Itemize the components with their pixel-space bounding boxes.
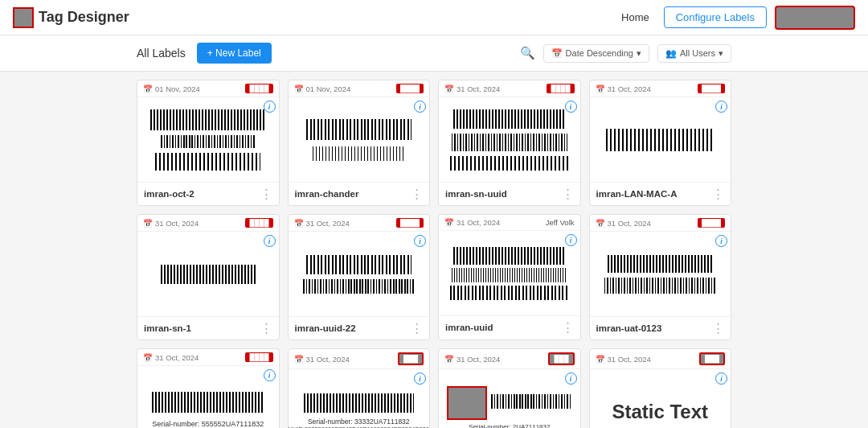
calendar-icon: 📅 — [294, 219, 304, 228]
card-header: 📅 31 Oct, 2024 ████ — [590, 215, 731, 232]
card-name: imran-uuid — [445, 323, 562, 332]
header-right-button[interactable] — [775, 6, 855, 30]
card-menu-icon[interactable]: ⋮ — [411, 321, 423, 335]
barcode — [606, 129, 714, 151]
info-icon[interactable]: i — [715, 235, 727, 247]
info-icon[interactable]: i — [565, 234, 577, 246]
chevron-down-icon2: ▾ — [719, 48, 723, 59]
card-body: i — [439, 97, 580, 182]
card-menu-icon[interactable]: ⋮ — [260, 187, 272, 201]
info-icon[interactable]: i — [414, 235, 426, 247]
card-body: i — [137, 97, 279, 182]
card-menu-icon[interactable]: ⋮ — [712, 321, 724, 335]
label-card[interactable]: 📅 01 Nov, 2024 ████ i imran-oct-2 ⋮ — [137, 80, 280, 206]
card-date: 31 Oct, 2024 — [608, 219, 651, 228]
card-date: 31 Oct, 2024 — [608, 355, 651, 364]
card-menu-icon[interactable]: ⋮ — [260, 321, 272, 335]
info-icon[interactable]: i — [715, 101, 727, 113]
card-name: imran-chander — [295, 189, 411, 199]
barcode — [604, 278, 716, 294]
info-icon[interactable]: i — [715, 372, 727, 385]
barcode — [452, 134, 567, 151]
toolbar: All Labels + New Label 🔍 📅 Date Descendi… — [0, 35, 868, 72]
label-card[interactable]: 📅 31 Oct, 2024 ████ i imran-uat-0123 ⋮ — [589, 214, 732, 340]
label-card[interactable]: 📅 31 Oct, 2024 ███ i Static Text imran-s… — [589, 348, 732, 428]
barcode — [453, 109, 565, 129]
card-user-badge: ███ — [548, 352, 574, 365]
card-user-badge: ████ — [396, 84, 424, 93]
barcode — [150, 109, 266, 130]
card-header: 📅 31 Oct, 2024 ████ — [439, 80, 580, 97]
calendar-icon: 📅 — [596, 84, 605, 93]
date-filter-button[interactable]: 📅 Date Descending ▾ — [543, 44, 649, 63]
card-text-2: UUID:333330000B7245B40E11000024BE0524B82… — [288, 426, 429, 429]
card-text-1: Serial-number: 33332UA7111832 — [308, 418, 410, 426]
label-grid: 📅 01 Nov, 2024 ████ i imran-oct-2 ⋮ 📅 01… — [137, 80, 731, 428]
header-nav: Home Configure Labels — [621, 6, 767, 28]
info-icon[interactable]: i — [565, 372, 577, 385]
card-header: 📅 31 Oct, 2024 Jeff Volk — [439, 215, 580, 231]
card-body: i — [289, 97, 430, 182]
card-body: i — [289, 232, 430, 316]
label-card[interactable]: 📅 31 Oct, 2024 ███ i Serial-number: 2UA7… — [438, 348, 581, 428]
users-filter-button[interactable]: 👥 All Users ▾ — [657, 44, 731, 63]
info-icon[interactable]: i — [264, 235, 276, 247]
card-menu-icon[interactable]: ⋮ — [411, 187, 423, 201]
card-date: 31 Oct, 2024 — [457, 355, 500, 364]
card-footer: imran-uat-0123 ⋮ — [590, 316, 731, 340]
new-label-button[interactable]: + New Label — [197, 43, 272, 64]
users-icon: 👥 — [665, 48, 677, 59]
logo-icon — [13, 7, 34, 28]
barcode — [303, 279, 415, 294]
card-date: 01 Nov, 2024 — [155, 84, 200, 93]
barcode — [161, 135, 256, 148]
barcode — [304, 393, 414, 413]
card-header: 📅 01 Nov, 2024 ████ — [289, 80, 430, 97]
header: Tag Designer Home Configure Labels — [0, 0, 868, 35]
card-menu-icon[interactable]: ⋮ — [562, 320, 574, 335]
label-card[interactable]: 📅 31 Oct, 2024 ████ i imran-uuid-22 ⋮ — [288, 214, 431, 340]
label-card[interactable]: 📅 31 Oct, 2024 ████ i imran-sn-1 ⋮ — [137, 214, 280, 340]
toolbar-right: 🔍 📅 Date Descending ▾ 👥 All Users ▾ — [520, 44, 731, 63]
card-name: imran-uat-0123 — [596, 323, 713, 333]
calendar-icon: 📅 — [596, 219, 605, 228]
card-body: i Serial-number: 555552UA7111832 — [137, 366, 279, 428]
card-menu-icon[interactable]: ⋮ — [562, 187, 574, 201]
card-date: 31 Oct, 2024 — [457, 84, 500, 93]
label-card[interactable]: 📅 31 Oct, 2024 ███ i Serial-number: 3333… — [288, 348, 431, 428]
configure-labels-button[interactable]: Configure Labels — [664, 6, 767, 28]
card-header: 📅 31 Oct, 2024 ███ — [439, 349, 580, 369]
card-header: 📅 31 Oct, 2024 ████ — [289, 215, 430, 232]
info-icon[interactable]: i — [565, 101, 577, 113]
label-card[interactable]: 📅 31 Oct, 2024 ████ i Serial-number: 555… — [137, 348, 280, 428]
calendar-icon: 📅 — [444, 84, 454, 93]
search-button[interactable]: 🔍 — [520, 46, 535, 60]
label-card[interactable]: 📅 31 Oct, 2024 Jeff Volk i imran-uuid ⋮ — [438, 214, 581, 340]
label-card[interactable]: 📅 31 Oct, 2024 ████ i imran-LAN-MAC-A ⋮ — [589, 80, 732, 206]
card-date: 31 Oct, 2024 — [306, 355, 350, 364]
card-body: i Serial-number: 2UA7111832 WLAN MAC Add… — [439, 369, 580, 428]
card-header: 📅 31 Oct, 2024 ████ — [137, 215, 279, 232]
info-icon[interactable]: i — [264, 101, 276, 113]
nav-home[interactable]: Home — [621, 11, 649, 23]
calendar-icon: 📅 — [143, 84, 153, 93]
card-text-1: Serial-number: 2UA7111832 — [469, 423, 550, 429]
card-footer: imran-oct-2 ⋮ — [137, 182, 279, 205]
info-icon[interactable]: i — [414, 101, 426, 113]
label-card[interactable]: 📅 31 Oct, 2024 ████ i imran-sn-uuid ⋮ — [438, 80, 581, 206]
card-footer: imran-uuid ⋮ — [439, 315, 580, 339]
barcode — [313, 146, 404, 161]
info-icon[interactable]: i — [264, 369, 276, 381]
card-serial-text: Serial-number: 555552UA7111832 — [152, 420, 264, 428]
card-header: 📅 31 Oct, 2024 ████ — [590, 80, 731, 97]
info-icon[interactable]: i — [414, 372, 426, 385]
card-user-badge: ████ — [396, 218, 424, 228]
barcode — [152, 392, 264, 413]
card-header: 📅 31 Oct, 2024 ████ — [137, 349, 279, 366]
card-body: i Static Text — [590, 369, 731, 428]
card-footer: imran-chander ⋮ — [289, 182, 430, 205]
card-menu-icon[interactable]: ⋮ — [712, 187, 724, 201]
label-card[interactable]: 📅 01 Nov, 2024 ████ i imran-chander ⋮ — [288, 80, 431, 206]
card-body: i Serial-number: 33332UA7111832 UUID:333… — [289, 369, 430, 428]
barcode — [306, 255, 411, 274]
